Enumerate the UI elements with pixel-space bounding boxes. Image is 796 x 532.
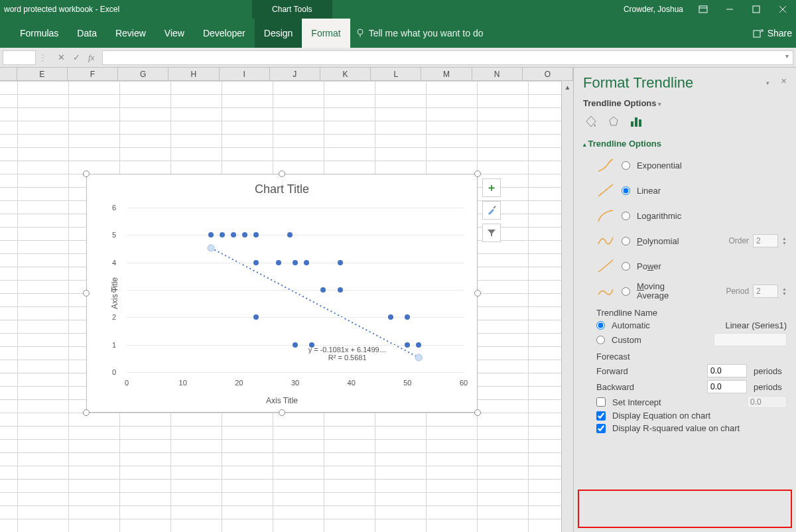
trendline-name-custom[interactable]: Custom xyxy=(596,333,787,346)
data-point[interactable] xyxy=(253,232,259,237)
col-header[interactable]: M xyxy=(421,68,472,80)
resize-handle[interactable] xyxy=(474,409,481,416)
minimize-button[interactable] xyxy=(716,0,743,19)
chart-filters-button[interactable] xyxy=(482,224,501,242)
display-equation-row[interactable]: Display Equation on chart xyxy=(596,411,787,421)
custom-name-input[interactable] xyxy=(714,333,787,346)
vertical-scrollbar[interactable]: ▲ xyxy=(561,81,573,532)
col-header[interactable]: O xyxy=(523,68,573,80)
data-point[interactable] xyxy=(416,342,421,348)
scroll-up-icon[interactable]: ▲ xyxy=(562,81,573,93)
chart-title[interactable]: Chart Title xyxy=(87,182,477,196)
checkbox-display-equation[interactable] xyxy=(596,411,606,421)
tab-developer[interactable]: Developer xyxy=(194,19,255,48)
col-header[interactable]: H xyxy=(168,68,219,80)
radio-name-custom[interactable] xyxy=(596,336,605,344)
data-point[interactable] xyxy=(338,287,343,293)
checkbox-display-r-squared[interactable] xyxy=(596,424,606,433)
tab-view[interactable]: View xyxy=(155,19,194,48)
pane-subheading[interactable]: Trendline Options xyxy=(583,98,787,108)
option-power[interactable]: Power xyxy=(596,255,787,277)
name-box[interactable] xyxy=(3,50,36,65)
option-linear[interactable]: Linear xyxy=(596,179,787,202)
maximize-button[interactable] xyxy=(743,0,769,19)
data-point[interactable] xyxy=(293,260,298,265)
col-header[interactable]: L xyxy=(371,68,421,80)
data-point[interactable] xyxy=(320,287,326,293)
data-point[interactable] xyxy=(231,232,236,237)
checkbox-set-intercept[interactable] xyxy=(596,397,606,407)
radio-power[interactable] xyxy=(622,262,630,271)
resize-handle[interactable] xyxy=(83,170,90,177)
chart-styles-button[interactable] xyxy=(482,201,501,220)
order-spinner[interactable]: ▲▼ xyxy=(782,236,787,245)
data-point[interactable] xyxy=(220,232,225,237)
close-button[interactable] xyxy=(769,0,796,19)
data-point[interactable] xyxy=(304,260,309,265)
radio-logarithmic[interactable] xyxy=(622,212,630,220)
account-name[interactable]: Crowder, Joshua xyxy=(624,5,683,14)
col-header[interactable]: J xyxy=(270,68,320,80)
col-header[interactable]: E xyxy=(17,68,68,80)
enter-icon[interactable]: ✓ xyxy=(73,52,80,62)
period-input[interactable] xyxy=(753,285,778,298)
tab-review[interactable]: Review xyxy=(106,19,155,48)
share-button[interactable]: Share xyxy=(753,28,792,38)
set-intercept-value[interactable]: 0.0 xyxy=(747,396,787,408)
fill-line-tab-icon[interactable] xyxy=(583,113,599,129)
pane-close-button[interactable]: ✕ xyxy=(781,77,787,86)
trendline-options-tab-icon[interactable] xyxy=(628,113,644,129)
embedded-chart[interactable]: ＋ Chart Title Axis Title Axis Title 0123… xyxy=(86,174,478,413)
col-header[interactable]: N xyxy=(472,68,523,80)
data-point[interactable] xyxy=(253,314,259,320)
option-logarithmic[interactable]: Logarithmic xyxy=(596,204,787,227)
resize-handle[interactable] xyxy=(279,170,285,177)
radio-name-automatic[interactable] xyxy=(596,321,605,330)
tab-design[interactable]: Design xyxy=(255,19,302,48)
resize-handle[interactable] xyxy=(279,409,285,416)
trendline-label[interactable]: y = -0.1081x + 6.1499… R² = 0.5681 xyxy=(308,346,387,362)
data-point[interactable] xyxy=(276,260,281,265)
data-point[interactable] xyxy=(208,232,214,237)
radio-polynomial[interactable] xyxy=(622,237,630,245)
formula-input[interactable] xyxy=(102,50,793,65)
chart-elements-button[interactable]: ＋ xyxy=(482,178,501,197)
resize-handle[interactable] xyxy=(474,290,481,297)
radio-moving-average[interactable] xyxy=(622,287,630,296)
order-input[interactable] xyxy=(753,234,778,247)
col-header[interactable]: K xyxy=(320,68,371,80)
radio-exponential[interactable] xyxy=(622,161,630,170)
data-point[interactable] xyxy=(405,342,410,348)
data-point[interactable] xyxy=(338,260,343,265)
pane-options-dropdown[interactable]: ▾ xyxy=(766,80,769,86)
data-point[interactable] xyxy=(242,232,247,237)
backward-input[interactable] xyxy=(707,380,747,393)
option-moving-average[interactable]: MovingAverage Period▲▼ xyxy=(596,280,787,302)
cancel-icon[interactable]: ✕ xyxy=(58,52,65,62)
trendline-name-automatic[interactable]: Automatic Linear (Series1) xyxy=(596,320,787,330)
resize-handle[interactable] xyxy=(83,290,90,297)
plot-area[interactable]: 01234560102030405060 xyxy=(127,208,464,372)
tab-format[interactable]: Format xyxy=(302,19,350,48)
trendline-options-section[interactable]: Trendline Options xyxy=(583,139,787,149)
tab-formulas[interactable]: Formulas xyxy=(11,19,68,48)
option-polynomial[interactable]: Polynomial Order▲▼ xyxy=(596,230,787,252)
ribbon-display-options-button[interactable] xyxy=(690,0,716,19)
tell-me-search[interactable]: Tell me what you want to do xyxy=(356,28,484,38)
col-header[interactable]: F xyxy=(68,68,118,80)
tab-data[interactable]: Data xyxy=(68,19,106,48)
data-point[interactable] xyxy=(293,342,298,348)
period-spinner[interactable]: ▲▼ xyxy=(782,287,787,296)
worksheet-area[interactable]: E F G H I J K L M N O ▲ ＋ xyxy=(0,68,573,532)
col-header[interactable]: G xyxy=(118,68,168,80)
insert-function-icon[interactable]: fx xyxy=(88,52,94,63)
resize-handle[interactable] xyxy=(474,170,481,177)
radio-linear[interactable] xyxy=(622,186,630,195)
set-intercept-row[interactable]: Set Intercept 0.0 xyxy=(596,396,787,408)
data-point[interactable] xyxy=(388,314,393,320)
option-exponential[interactable]: Exponential xyxy=(596,154,787,176)
effects-tab-icon[interactable] xyxy=(606,113,622,129)
x-axis-title[interactable]: Axis Title xyxy=(266,396,298,405)
resize-handle[interactable] xyxy=(83,409,90,416)
col-header[interactable]: I xyxy=(220,68,270,80)
